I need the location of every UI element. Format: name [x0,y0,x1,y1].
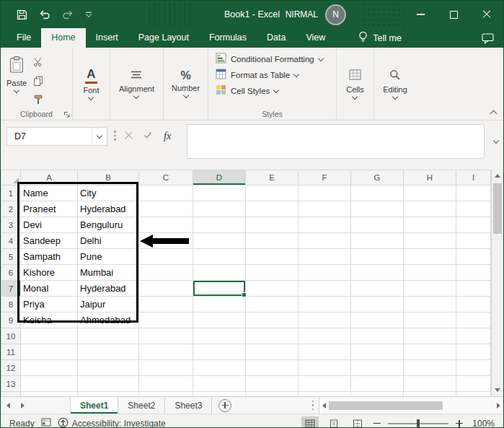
cell-B5[interactable]: Pune [78,249,139,265]
cell-E1[interactable] [246,185,299,201]
formula-bar-expand-button[interactable] [494,133,498,146]
cell-D3[interactable] [193,217,246,233]
cell-I8[interactable] [456,297,491,313]
cell-A9[interactable]: Keisha [21,313,78,328]
insert-function-button[interactable]: fx [164,130,171,142]
zoom-out-button[interactable] [373,419,381,428]
undo-button[interactable] [39,9,50,19]
maximize-button[interactable] [437,1,470,28]
cell-A6[interactable]: Kishore [21,265,78,281]
cell-E12[interactable] [246,360,299,376]
cell-E8[interactable] [246,297,299,313]
column-header-B[interactable]: B [78,170,139,185]
row-header-6[interactable]: 6 [1,265,21,281]
column-header-E[interactable]: E [246,170,299,185]
scroll-down-button[interactable] [492,384,503,396]
cell-F4[interactable] [299,233,351,249]
tab-formulas[interactable]: Formulas [199,28,257,48]
editing-button[interactable]: Editing [383,69,407,99]
cell-A13[interactable] [21,376,78,392]
row-header-3[interactable]: 3 [1,217,21,233]
cell-H11[interactable] [404,344,456,360]
cell-I4[interactable] [456,233,491,249]
cell-E6[interactable] [246,265,299,281]
cell-C6[interactable] [139,265,193,281]
cell-C7[interactable] [139,281,193,297]
name-box[interactable]: D7 [6,127,107,146]
cell-E11[interactable] [246,344,299,360]
row-header-13[interactable]: 13 [1,376,21,392]
cell-I6[interactable] [456,265,491,281]
cell-D1[interactable] [193,185,246,201]
cell-I9[interactable] [456,313,491,328]
cell-C4[interactable] [139,233,193,249]
cell-D13[interactable] [193,376,246,392]
clipboard-dialog-launcher[interactable] [63,111,70,118]
cell-G9[interactable] [351,313,404,328]
cell-G14[interactable] [351,392,404,397]
column-header-D[interactable]: D [193,170,246,185]
page-layout-view-button[interactable] [325,416,342,428]
row-header-14[interactable]: 14 [1,392,21,397]
new-sheet-button[interactable] [218,399,231,412]
horizontal-scrollbar[interactable] [319,397,503,414]
cell-A4[interactable]: Sandeep [21,233,78,249]
close-button[interactable] [470,1,503,28]
cell-E5[interactable] [246,249,299,265]
cell-B14[interactable] [78,392,139,397]
cell-G8[interactable] [351,297,404,313]
cell-A14[interactable] [21,392,78,397]
cell-D8[interactable] [193,297,246,313]
cell-B11[interactable] [78,344,139,360]
cell-I3[interactable] [456,217,491,233]
minimize-button[interactable] [404,1,437,28]
cell-E4[interactable] [246,233,299,249]
account-area[interactable]: NIRMAL N [286,4,346,25]
cell-B1[interactable]: City [78,185,139,201]
cell-D5[interactable] [193,249,246,265]
cell-H7[interactable] [404,281,456,297]
cell-D10[interactable] [193,328,246,344]
cell-I12[interactable] [456,360,491,376]
font-button[interactable]: A Font [83,68,99,100]
scroll-up-button[interactable] [492,170,503,182]
zoom-level[interactable]: 100% [470,419,495,428]
cell-I10[interactable] [456,328,491,344]
cell-F6[interactable] [299,265,351,281]
cell-E14[interactable] [246,392,299,397]
cell-I14[interactable] [456,392,491,397]
cell-B6[interactable]: Mumbai [78,265,139,281]
cell-F11[interactable] [299,344,351,360]
scroll-right-button[interactable] [497,403,500,409]
row-header-9[interactable]: 9 [1,313,21,328]
cell-F12[interactable] [299,360,351,376]
cell-H1[interactable] [404,185,456,201]
cell-F10[interactable] [299,328,351,344]
sheet-tab-sheet1[interactable]: Sheet1 [70,397,118,414]
cell-F13[interactable] [299,376,351,392]
cell-B8[interactable]: Jaipur [78,297,139,313]
row-header-12[interactable]: 12 [1,360,21,376]
cell-B3[interactable]: Benguluru [78,217,139,233]
cell-C3[interactable] [139,217,193,233]
cell-A5[interactable]: Sampath [21,249,78,265]
cell-I13[interactable] [456,376,491,392]
column-header-F[interactable]: F [299,170,351,185]
cell-B10[interactable] [78,328,139,344]
zoom-slider[interactable] [388,423,448,424]
copy-button[interactable] [33,76,43,89]
cell-E13[interactable] [246,376,299,392]
cell-G4[interactable] [351,233,404,249]
column-header-A[interactable]: A [21,170,78,185]
save-button[interactable] [17,9,27,20]
cell-G10[interactable] [351,328,404,344]
formula-bar-drag-handle[interactable] [114,131,116,141]
column-header-I[interactable]: I [456,170,491,185]
redo-button[interactable] [62,9,74,19]
cell-F1[interactable] [299,185,351,201]
row-header-5[interactable]: 5 [1,249,21,265]
sheet-nav-left-button[interactable] [1,397,15,414]
row-header-11[interactable]: 11 [1,344,21,360]
cell-C2[interactable] [139,201,193,217]
tab-insert[interactable]: Insert [86,28,128,48]
